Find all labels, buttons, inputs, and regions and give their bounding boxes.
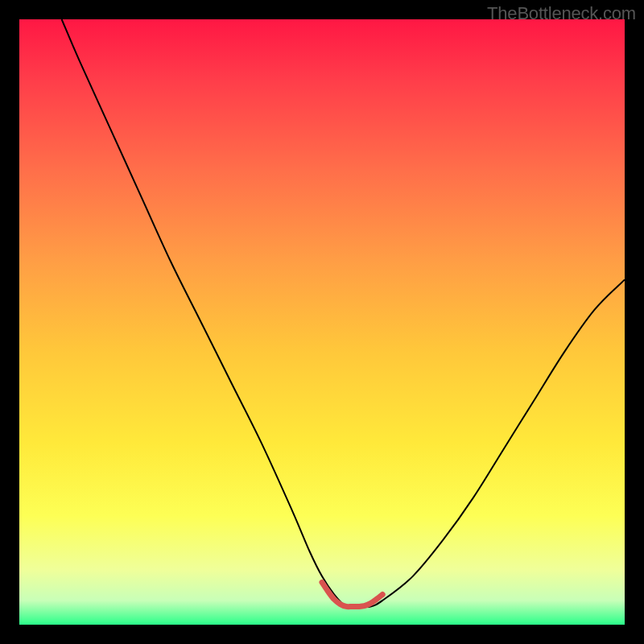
plot-area: [19, 19, 625, 625]
chart-container: TheBottleneck.com: [0, 0, 644, 644]
chart-svg: [19, 19, 625, 625]
gradient-background: [19, 19, 625, 625]
attribution-label: TheBottleneck.com: [487, 3, 636, 24]
